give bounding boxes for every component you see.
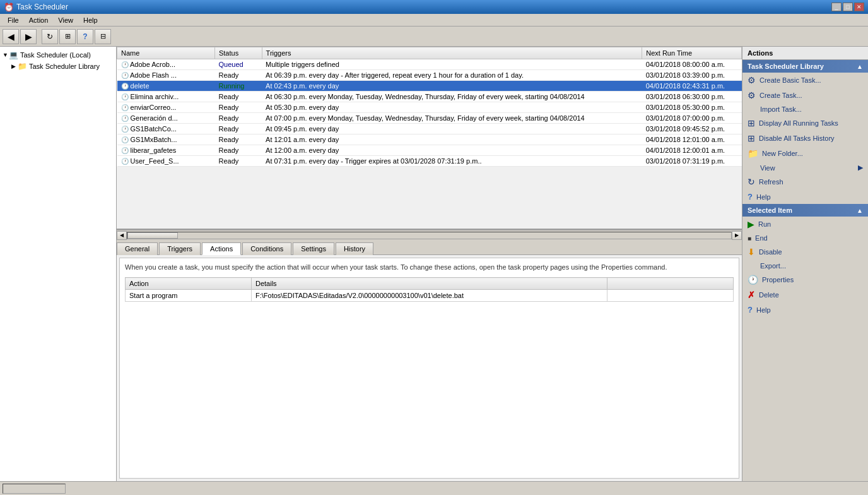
horizontal-scrollbar[interactable]: ◀ ▶ [117, 230, 742, 240]
task-icon: 🕐 [121, 83, 129, 90]
close-button[interactable]: ✕ [854, 3, 864, 11]
properties-icon: 🕐 [748, 275, 758, 285]
left-panel: ▼ 💻 Task Scheduler (Local) ▶ 📁 Task Sche… [0, 47, 117, 481]
run-icon: ▶ [748, 219, 754, 229]
action-row: Start a program F:\Fotos\EDITADAS\Editad… [126, 290, 734, 302]
task-row[interactable]: 🕐 Adobe Flash ... Ready At 06:39 p.m. ev… [117, 70, 742, 81]
menu-action[interactable]: Action [24, 15, 54, 25]
section-header-library: Task Scheduler Library ▲ [742, 60, 868, 73]
collapse-selected-icon[interactable]: ▲ [857, 207, 863, 214]
task-icon: 🕐 [121, 136, 129, 143]
task-row[interactable]: 🕐 GS1BatchCo... Ready At 09:45 p.m. ever… [117, 124, 742, 134]
detail-panel: General Triggers Actions Conditions Sett… [117, 240, 742, 481]
action-help-selected[interactable]: ? Help [742, 302, 868, 317]
tab-triggers[interactable]: Triggers [159, 242, 201, 255]
scrollbar-track[interactable] [127, 232, 732, 239]
action-new-folder[interactable]: 📁 New Folder... [742, 146, 868, 161]
detail-description: When you create a task, you must specify… [125, 263, 734, 271]
tree-item-local[interactable]: ▼ 💻 Task Scheduler (Local) [0, 49, 116, 61]
disable-history-icon: ⊞ [748, 133, 755, 143]
titlebar-left: ⏰ Task Scheduler [4, 3, 68, 12]
action-create-task[interactable]: ⚙ Create Task... [742, 88, 868, 103]
task-table: Name Status Triggers Next Run Time 🕐 Ado… [117, 47, 742, 167]
task-trigger: At 12:01 a.m. every day [262, 134, 642, 145]
action-run-label: Run [758, 220, 771, 228]
action-disable-history[interactable]: ⊞ Disable All Tasks History [742, 131, 868, 146]
action-view[interactable]: View ▶ [742, 161, 868, 174]
action-delete-label: Delete [759, 291, 779, 299]
tree-item-library[interactable]: ▶ 📁 Task Scheduler Library [0, 61, 116, 72]
back-button[interactable]: ◀ [3, 29, 19, 44]
collapse-library-icon[interactable]: ▲ [857, 63, 863, 70]
task-status: Ready [214, 145, 262, 156]
task-list-container[interactable]: Name Status Triggers Next Run Time 🕐 Ado… [117, 47, 742, 230]
maximize-button[interactable]: □ [843, 3, 853, 11]
refresh-button[interactable]: ↻ [42, 29, 58, 44]
scroll-left-button[interactable]: ◀ [117, 231, 127, 240]
task-row[interactable]: 🕐 Adobe Acrob... Queued Multiple trigger… [117, 59, 742, 70]
end-icon: ■ [748, 235, 751, 242]
action-delete[interactable]: ✗ Delete [742, 287, 868, 302]
action-display-running[interactable]: ⊞ Display All Running Tasks [742, 116, 868, 131]
action-end[interactable]: ■ End [742, 232, 868, 244]
action-display-running-label: Display All Running Tasks [759, 119, 838, 127]
tab-settings[interactable]: Settings [293, 242, 334, 255]
minimize-button[interactable]: _ [831, 3, 842, 11]
action-properties[interactable]: 🕐 Properties [742, 272, 868, 287]
action-help-library[interactable]: ? Help [742, 189, 868, 204]
col-name[interactable]: Name [117, 47, 215, 59]
task-status: Running [214, 81, 262, 92]
task-nextrun: 03/01/2018 06:30:00 p.m. [642, 92, 742, 102]
action-export[interactable]: Export... [742, 259, 868, 272]
task-nextrun: 03/01/2018 07:00:00 p.m. [642, 113, 742, 124]
expand-library-icon: ▶ [11, 63, 18, 69]
col-triggers[interactable]: Triggers [262, 47, 642, 59]
task-status: Ready [214, 102, 262, 113]
action-create-basic[interactable]: ⚙ Create Basic Task... [742, 73, 868, 88]
task-row[interactable]: 🕐 liberar_gafetes Ready At 12:00 a.m. ev… [117, 145, 742, 156]
menubar: File Action View Help [0, 14, 868, 27]
actions-col-details: Details [252, 278, 607, 290]
menu-file[interactable]: File [3, 15, 24, 25]
extra-button[interactable]: ⊟ [95, 29, 111, 44]
display-running-icon: ⊞ [748, 118, 755, 128]
task-nextrun: 04/01/2018 02:43:31 p.m. [642, 81, 742, 92]
scroll-right-button[interactable]: ▶ [732, 231, 742, 240]
task-name: 🕐 Adobe Flash ... [117, 70, 215, 81]
help-toolbar-button[interactable]: ? [77, 29, 93, 44]
col-status[interactable]: Status [214, 47, 262, 59]
menu-view[interactable]: View [53, 15, 78, 25]
tab-conditions[interactable]: Conditions [242, 242, 291, 255]
action-properties-label: Properties [762, 276, 794, 283]
task-row[interactable]: 🕐 Elimina archiv... Ready At 06:30 p.m. … [117, 92, 742, 102]
action-import-task[interactable]: Import Task... [742, 103, 868, 116]
forward-button[interactable]: ▶ [20, 29, 37, 44]
expand-icon: ▼ [3, 52, 9, 58]
task-status: Ready [214, 134, 262, 145]
tab-actions[interactable]: Actions [202, 242, 241, 255]
col-nextrun[interactable]: Next Run Time [642, 47, 742, 59]
action-refresh[interactable]: ↻ Refresh [742, 174, 868, 189]
task-row[interactable]: 🕐 Generación d... Ready At 07:00 p.m. ev… [117, 113, 742, 124]
center-panel: Name Status Triggers Next Run Time 🕐 Ado… [117, 47, 742, 481]
action-disable[interactable]: ⬇ Disable [742, 244, 868, 259]
tree-label-library: Task Scheduler Library [29, 63, 100, 70]
task-name: 🕐 GS1MxBatch... [117, 134, 215, 145]
task-row[interactable]: 🕐 User_Feed_S... Ready At 07:31 p.m. eve… [117, 156, 742, 167]
detail-content: When you create a task, you must specify… [119, 258, 739, 479]
show-hide-button[interactable]: ⊞ [59, 29, 76, 44]
menu-help[interactable]: Help [78, 15, 103, 25]
action-run[interactable]: ▶ Run [742, 217, 868, 232]
task-name: 🕐 enviarCorreo... [117, 102, 215, 113]
task-row[interactable]: 🕐 GS1MxBatch... Ready At 12:01 a.m. ever… [117, 134, 742, 145]
tab-general[interactable]: General [117, 242, 158, 255]
task-icon: 🕐 [121, 93, 129, 100]
task-row[interactable]: 🕐 enviarCorreo... Ready At 05:30 p.m. ev… [117, 102, 742, 113]
toolbar: ◀ ▶ ↻ ⊞ ? ⊟ [0, 27, 868, 47]
scrollbar-thumb[interactable] [127, 232, 178, 239]
task-name: 🕐 GS1BatchCo... [117, 124, 215, 134]
tab-history[interactable]: History [336, 242, 373, 255]
task-row[interactable]: 🕐 delete Running At 02:43 p.m. every day… [117, 81, 742, 92]
action-disable-history-label: Disable All Tasks History [759, 134, 835, 142]
right-panel: Actions Task Scheduler Library ▲ ⚙ Creat… [742, 47, 868, 481]
